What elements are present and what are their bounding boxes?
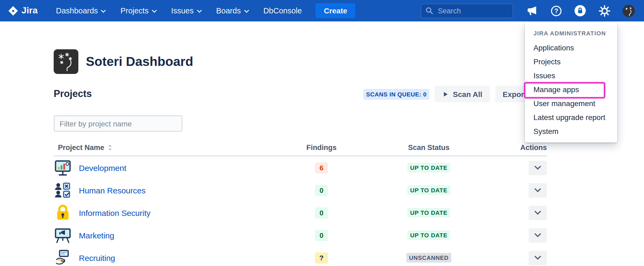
- nav-projects-label: Projects: [120, 6, 149, 15]
- project-icon-recruiting: [54, 249, 72, 266]
- scans-in-queue-badge: SCANS IN QUEUE: 0: [363, 89, 429, 99]
- findings-badge: 0: [315, 230, 328, 241]
- chevron-down-icon: [535, 188, 541, 192]
- jira-logo-icon: [8, 5, 19, 16]
- menu-item-manage-apps[interactable]: Manage apps: [525, 83, 617, 96]
- page-header: Soteri Dashboard: [54, 21, 547, 74]
- findings-badge: 6: [315, 162, 328, 173]
- chevron-down-icon: [535, 256, 541, 260]
- nav-boards-label: Boards: [216, 6, 241, 15]
- navbar-search[interactable]: [421, 3, 513, 18]
- column-header-project-name[interactable]: Project Name: [54, 144, 268, 152]
- admin-settings-button[interactable]: [597, 4, 611, 18]
- question-glyph: ?: [554, 7, 558, 14]
- user-avatar: [622, 4, 635, 17]
- admin-menu-heading: JIRA ADMINISTRATION: [525, 29, 617, 41]
- profile-button[interactable]: [621, 4, 635, 18]
- project-link-human-resources[interactable]: Human Resources: [79, 186, 145, 195]
- chevron-down-icon: [244, 10, 249, 13]
- screen: Jira Dashboards Projects Issues Boards D…: [0, 0, 644, 266]
- menu-item-user-management[interactable]: User management: [525, 96, 617, 110]
- project-icon-marketing: [54, 226, 72, 244]
- menu-item-latest-upgrade-report[interactable]: Latest upgrade report: [525, 110, 617, 124]
- menu-item-projects[interactable]: Projects: [525, 55, 617, 69]
- row-actions-button[interactable]: [529, 228, 547, 242]
- question-icon: ?: [550, 5, 562, 17]
- scan-status-badge: UP TO DATE: [408, 185, 450, 195]
- help-button[interactable]: ?: [549, 4, 563, 18]
- table-row: Marketing 0 UP TO DATE: [54, 224, 547, 246]
- nav-dashboards-label: Dashboards: [56, 6, 98, 15]
- export-label: Export: [503, 90, 526, 98]
- chevron-down-icon: [197, 10, 202, 13]
- project-icon-development: [54, 159, 72, 177]
- table-row: Recruiting ? UNSCANNED: [54, 246, 547, 266]
- column-header-findings: Findings: [268, 144, 375, 152]
- chevron-down-icon: [535, 166, 541, 170]
- project-name-header-label: Project Name: [58, 144, 104, 152]
- nav-dbconsole[interactable]: DbConsole: [263, 6, 302, 15]
- row-actions-button[interactable]: [529, 205, 547, 220]
- search-input[interactable]: [437, 6, 508, 15]
- project-filter-input[interactable]: [54, 115, 182, 132]
- project-icon-human-resources: [54, 181, 72, 199]
- page-title: Soteri Dashboard: [86, 54, 193, 69]
- nav-issues-label: Issues: [171, 6, 194, 15]
- scan-status-badge: UP TO DATE: [408, 208, 450, 218]
- megaphone-icon: [526, 5, 538, 17]
- navbar-icon-group: ?: [525, 4, 635, 18]
- column-header-actions: Actions: [482, 144, 547, 152]
- play-icon: [442, 91, 449, 97]
- scan-status-badge: UP TO DATE: [408, 163, 450, 173]
- primary-nav: Dashboards Projects Issues Boards DbCons…: [56, 6, 302, 15]
- app-access-button[interactable]: [573, 4, 587, 18]
- nav-boards[interactable]: Boards: [216, 6, 249, 15]
- chevron-down-icon: [535, 233, 541, 237]
- project-link-information-security[interactable]: Information Security: [79, 208, 151, 217]
- jira-brand-label: Jira: [21, 5, 38, 16]
- lock-icon: [574, 4, 587, 17]
- table-row: Human Resources 0 UP TO DATE: [54, 179, 547, 201]
- findings-badge: 0: [315, 207, 328, 218]
- table-header-row: Project Name Findings Scan Status Action…: [54, 144, 547, 156]
- create-button[interactable]: Create: [316, 3, 355, 18]
- chevron-down-icon: [152, 10, 157, 13]
- jira-administration-menu: JIRA ADMINISTRATION Applications Project…: [525, 23, 617, 143]
- scan-all-button[interactable]: Scan All: [435, 86, 490, 102]
- announcement-button[interactable]: [525, 4, 539, 18]
- gear-icon: [598, 4, 611, 17]
- menu-item-manage-apps-wrap: Manage apps: [525, 83, 617, 96]
- menu-item-system[interactable]: System: [525, 124, 617, 138]
- nav-dbconsole-label: DbConsole: [263, 6, 302, 15]
- chevron-down-icon: [535, 211, 541, 215]
- project-icon-information-security: [54, 204, 72, 222]
- search-icon: [426, 7, 433, 14]
- findings-badge: 0: [315, 185, 328, 196]
- projects-heading: Projects: [54, 88, 92, 100]
- project-link-development[interactable]: Development: [79, 163, 126, 172]
- scan-status-badge: UNSCANNED: [406, 253, 451, 263]
- projects-table: Project Name Findings Scan Status Action…: [54, 144, 547, 266]
- row-actions-button[interactable]: [529, 183, 547, 197]
- nav-projects[interactable]: Projects: [120, 6, 157, 15]
- row-actions-button[interactable]: [529, 250, 547, 265]
- top-navbar: Jira Dashboards Projects Issues Boards D…: [0, 0, 644, 21]
- chevron-down-icon: [101, 10, 106, 13]
- menu-item-issues[interactable]: Issues: [525, 69, 617, 83]
- nav-dashboards[interactable]: Dashboards: [56, 6, 106, 15]
- sort-icon[interactable]: [108, 144, 112, 151]
- column-header-scan-status: Scan Status: [375, 144, 482, 152]
- toolbar-controls: SCANS IN QUEUE: 0 Scan All Export: [363, 86, 534, 102]
- project-link-marketing[interactable]: Marketing: [79, 231, 114, 240]
- scan-status-badge: UP TO DATE: [408, 230, 450, 240]
- nav-issues[interactable]: Issues: [171, 6, 202, 15]
- findings-badge: ?: [315, 252, 328, 263]
- soteri-logo-icon: [54, 49, 78, 74]
- project-link-recruiting[interactable]: Recruiting: [79, 253, 115, 262]
- scan-all-label: Scan All: [453, 90, 482, 98]
- row-actions-button[interactable]: [529, 160, 547, 175]
- table-row: Development 6 UP TO DATE: [54, 156, 547, 179]
- jira-home-link[interactable]: Jira: [8, 5, 38, 16]
- menu-item-applications[interactable]: Applications: [525, 41, 617, 55]
- table-row: Information Security 0 UP TO DATE: [54, 201, 547, 224]
